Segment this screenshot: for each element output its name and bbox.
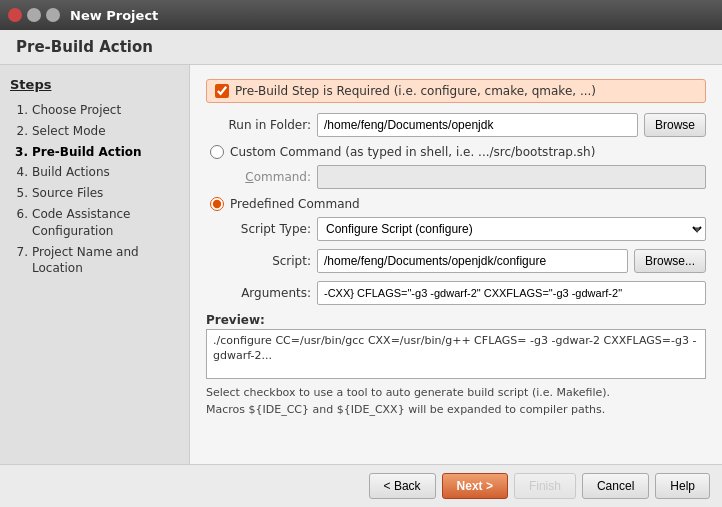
prebuild-checkbox-label[interactable]: Pre-Build Step is Required (i.e. configu… [235, 84, 596, 98]
step-3-active: 3. Pre-Build Action [10, 142, 179, 163]
minimize-button[interactable] [27, 8, 41, 22]
command-row: Command: [206, 165, 706, 189]
content-panel: Pre-Build Step is Required (i.e. configu… [190, 65, 722, 464]
step-6: 6. Code Assistance Configuration [10, 204, 179, 242]
section-heading: Pre-Build Action [16, 38, 706, 56]
command-label: Command: [206, 170, 311, 184]
prebuild-checkbox[interactable] [215, 84, 229, 98]
script-type-select[interactable]: Configure Script (configure) [317, 217, 706, 241]
script-input[interactable] [317, 249, 628, 273]
custom-command-radio[interactable] [210, 145, 224, 159]
titlebar: New Project [0, 0, 722, 30]
info-text-2: Macros ${IDE_CC} and ${IDE_CXX} will be … [206, 402, 706, 419]
steps-title: Steps [10, 77, 179, 92]
dialog-body: Steps 1. Choose Project 2. Select Mode 3… [0, 65, 722, 464]
close-button[interactable] [8, 8, 22, 22]
arguments-label: Arguments: [206, 286, 311, 300]
run-in-folder-input[interactable] [317, 113, 638, 137]
arguments-input[interactable] [317, 281, 706, 305]
finish-button[interactable]: Finish [514, 473, 576, 499]
preview-label: Preview: [206, 313, 706, 327]
preview-content: ./configure CC=/usr/bin/gcc CXX=/usr/bin… [213, 334, 696, 362]
dialog: Pre-Build Action Steps 1. Choose Project… [0, 30, 722, 507]
steps-panel: Steps 1. Choose Project 2. Select Mode 3… [0, 65, 190, 464]
next-button[interactable]: Next > [442, 473, 508, 499]
script-browse-button[interactable]: Browse... [634, 249, 706, 273]
script-type-label: Script Type: [206, 222, 311, 236]
step-1: 1. Choose Project [10, 100, 179, 121]
cancel-button[interactable]: Cancel [582, 473, 649, 499]
predefined-command-radio-row: Predefined Command [210, 197, 706, 211]
titlebar-title: New Project [70, 8, 158, 23]
preview-box[interactable]: ./configure CC=/usr/bin/gcc CXX=/usr/bin… [206, 329, 706, 379]
step-7: 7. Project Name and Location [10, 242, 179, 280]
dialog-header: Pre-Build Action [0, 30, 722, 65]
predefined-command-radio[interactable] [210, 197, 224, 211]
step-4: 4. Build Actions [10, 162, 179, 183]
script-label: Script: [206, 254, 311, 268]
button-bar: < Back Next > Finish Cancel Help [0, 464, 722, 507]
info-text-1: Select checkbox to use a tool to auto ge… [206, 385, 706, 402]
arguments-row: Arguments: [206, 281, 706, 305]
command-input[interactable] [317, 165, 706, 189]
help-button[interactable]: Help [655, 473, 710, 499]
custom-command-label[interactable]: Custom Command (as typed in shell, i.e. … [230, 145, 595, 159]
run-in-folder-label: Run in Folder: [206, 118, 311, 132]
maximize-button[interactable] [46, 8, 60, 22]
script-row: Script: Browse... [206, 249, 706, 273]
titlebar-buttons [8, 8, 60, 22]
run-in-folder-browse-button[interactable]: Browse [644, 113, 706, 137]
custom-command-radio-row: Custom Command (as typed in shell, i.e. … [210, 145, 706, 159]
prebuild-checkbox-row: Pre-Build Step is Required (i.e. configu… [206, 79, 706, 103]
preview-section: Preview: ./configure CC=/usr/bin/gcc CXX… [206, 313, 706, 418]
script-type-select-wrapper: Configure Script (configure) [317, 217, 706, 241]
steps-list: 1. Choose Project 2. Select Mode 3. Pre-… [10, 100, 179, 279]
step-5: 5. Source Files [10, 183, 179, 204]
predefined-command-label[interactable]: Predefined Command [230, 197, 360, 211]
step-2: 2. Select Mode [10, 121, 179, 142]
run-in-folder-row: Run in Folder: Browse [206, 113, 706, 137]
script-type-row: Script Type: Configure Script (configure… [206, 217, 706, 241]
back-button[interactable]: < Back [369, 473, 436, 499]
